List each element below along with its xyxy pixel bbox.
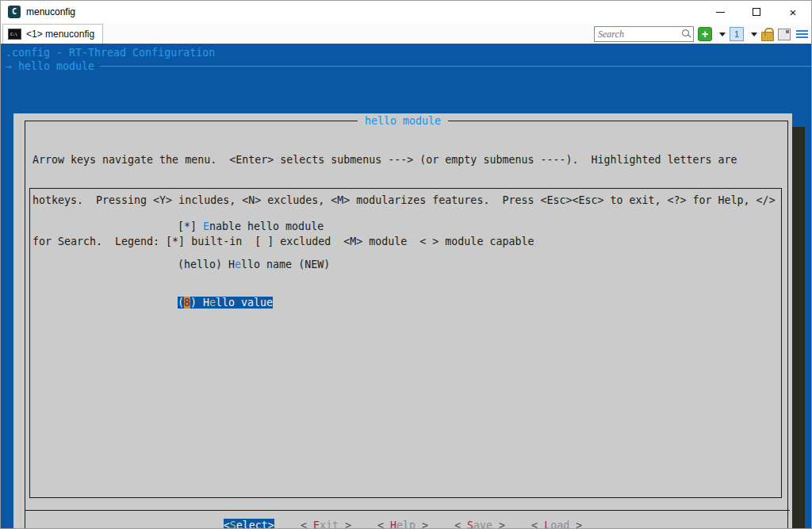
title-bar: C menuconfig × [1,1,811,23]
window-title: menuconfig [26,6,75,17]
window-dropdown[interactable] [748,33,757,36]
button-separator [25,510,790,511]
help-button[interactable]: < Help > [377,519,428,528]
item-prefix: (hello) H [178,259,235,270]
tab-bar: C:\ <1> menuconfig + 1 [1,23,811,44]
load-button[interactable]: < Load > [531,519,582,528]
main-menu-button[interactable] [796,30,808,38]
panel-icon [778,29,791,40]
dialog-button-row: <Select> < Exit > < Help > < Save > < Lo… [13,519,792,528]
tab-menuconfig[interactable]: C:\ <1> menuconfig [2,24,103,44]
menu-item-hello-name[interactable]: (hello) Hello name (NEW) [178,258,781,272]
search-box [594,26,694,42]
new-console-button[interactable]: + [698,27,712,41]
maximize-button[interactable] [738,1,775,23]
panel-button[interactable] [778,29,791,40]
select-button[interactable]: <Select> [224,519,274,528]
item-hotkey: E [203,220,209,232]
console-icon: C:\ [8,29,21,40]
close-button[interactable]: × [775,1,811,23]
save-button[interactable]: < Save > [454,519,505,528]
item-prefix: ( [178,297,184,309]
minimize-button[interactable] [702,1,738,23]
window-number-button[interactable]: 1 [730,27,744,41]
menu-item-enable-hello-module[interactable]: [*] Enable hello module [178,220,781,234]
lock-button[interactable] [761,27,774,41]
new-console-dropdown[interactable] [716,33,726,36]
item-hotkey: e [209,297,216,309]
breadcrumb-rule [100,66,811,67]
menu-item-hello-value[interactable]: (8) Hello value [178,296,781,310]
terminal-area: .config - RT-Thread Configuration → hell… [1,44,811,528]
minimize-icon [716,12,725,13]
plus-icon: + [698,27,712,41]
tab-label: <1> menuconfig [26,29,94,40]
instruction-line: Arrow keys navigate the menu. <Enter> se… [33,153,776,167]
value-cursor: 8 [184,297,190,309]
chevron-down-icon [751,33,757,36]
item-label: llo name (NEW) [241,259,330,270]
conemu-window: C menuconfig × C:\ <1> menuconfig + 1 [0,0,812,529]
menu-list: [*] Enable hello module (hello) Hello na… [29,188,782,498]
menuconfig-dialog: hello module Arrow keys navigate the men… [13,113,792,528]
search-icon [682,29,689,36]
item-label: llo value [216,297,273,309]
breadcrumb: → hello module [6,59,94,73]
item-prefix: [*] [178,220,203,232]
close-icon: × [790,6,797,18]
item-label: ) H [190,297,209,309]
item-hotkey: e [235,259,241,270]
search-input[interactable] [598,28,677,40]
tab-toolbar: + 1 [594,25,808,43]
window-number-icon: 1 [730,27,744,41]
window-controls: × [702,1,811,23]
app-icon: C [8,6,21,18]
config-title-line: .config - RT-Thread Configuration [1,44,811,59]
maximize-icon [753,8,760,16]
item-label: nable hello module [209,220,324,232]
lock-icon [761,32,774,41]
exit-button[interactable]: < Exit > [301,519,351,528]
chevron-down-icon [719,33,726,36]
breadcrumb-row: → hello module [1,59,811,73]
